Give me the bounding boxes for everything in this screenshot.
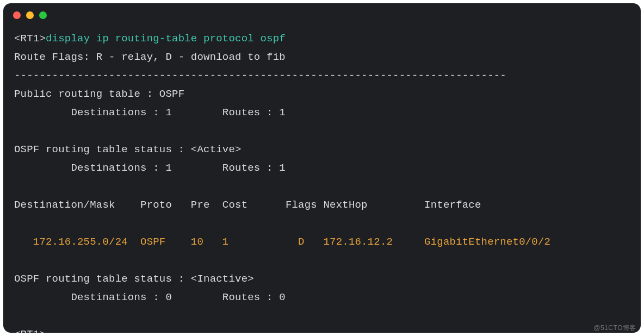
active-status-counts: Destinations : 1 Routes : 1 [14,162,286,174]
shell-prompt-end: <RT1> [14,328,46,333]
inactive-status-counts: Destinations : 0 Routes : 0 [14,291,286,303]
zoom-icon[interactable] [39,11,47,19]
terminal-window: <RT1>display ip routing-table protocol o… [3,3,641,333]
public-table-counts: Destinations : 1 Routes : 1 [14,107,286,119]
minimize-icon[interactable] [26,11,34,19]
shell-prompt: <RT1> [14,33,46,45]
route-flags-line: Route Flags: R - relay, D - download to … [14,51,286,63]
window-titlebar [3,3,641,27]
close-icon[interactable] [13,11,21,19]
active-status-title: OSPF routing table status : <Active> [14,144,242,155]
divider-line: ----------------------------------------… [14,70,506,82]
terminal-output[interactable]: <RT1>display ip routing-table protocol o… [3,27,641,333]
table-header: Destination/Mask Proto Pre Cost Flags Ne… [14,199,481,211]
inactive-status-title: OSPF routing table status : <Inactive> [14,273,254,285]
route-row: 172.16.255.0/24 OSPF 10 1 D 172.16.12.2 … [14,236,550,248]
watermark: @51CTO博客 [593,323,636,333]
command-text: display ip routing-table protocol ospf [46,33,286,45]
public-table-title: Public routing table : OSPF [14,88,184,100]
